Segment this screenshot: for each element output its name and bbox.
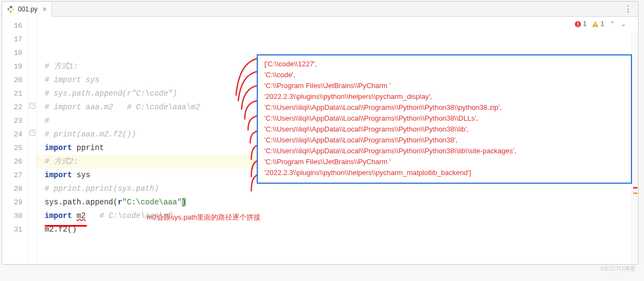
line-number[interactable]: 21 <box>2 87 22 101</box>
line-number[interactable]: 20 <box>2 73 22 87</box>
line-number[interactable]: 16 <box>2 19 22 33</box>
fold-toggle-icon[interactable]: − <box>29 130 35 136</box>
line-number[interactable]: 22 <box>2 101 22 114</box>
syspath-entry: 'C:\\Users\\liqi\\AppData\\Local\\Progra… <box>264 135 624 146</box>
code-line[interactable] <box>45 236 638 250</box>
line-number[interactable]: 29 <box>2 196 22 209</box>
line-number[interactable]: 27 <box>2 168 22 182</box>
syspath-overlay: ['C:\\code\\1227', 'C:\\code', 'C:\\Prog… <box>257 54 632 184</box>
syspath-entry: 'C:\\Users\\liqi\\AppData\\Local\\Progra… <box>264 102 624 113</box>
line-number[interactable]: 23 <box>2 114 22 128</box>
file-tab-label: 001.py <box>18 5 38 13</box>
line-number[interactable]: 24 <box>2 128 22 141</box>
error-count: 1 <box>583 20 587 28</box>
error-indicator[interactable]: 1 <box>574 20 587 28</box>
file-tab[interactable]: 001.py × <box>2 2 52 17</box>
code-line[interactable] <box>45 264 638 277</box>
line-number[interactable]: 19 <box>2 60 22 73</box>
svg-rect-3 <box>577 22 578 24</box>
fold-column[interactable]: − − <box>28 17 37 264</box>
python-file-icon <box>7 5 15 13</box>
unresolved-reference: m2 <box>77 211 86 220</box>
annotation-note: m2会跟sys.path里面的路径逐个拼接 <box>147 213 261 222</box>
chevron-up-icon[interactable]: ⌃ <box>610 20 615 28</box>
close-tab-icon[interactable]: × <box>42 5 47 13</box>
syspath-entry: 'C:\\Program Files\\JetBrains\\PyCharm ' <box>264 80 624 91</box>
warning-indicator[interactable]: 1 <box>592 20 604 28</box>
line-number[interactable]: 25 <box>2 141 22 155</box>
line-number[interactable]: 17 <box>2 33 22 46</box>
code-line[interactable]: sys.path.append(r"C:\code\aaa") <box>45 196 638 209</box>
code-line[interactable] <box>45 250 638 264</box>
warning-count: 1 <box>600 20 604 28</box>
syspath-entry: 'C:\\code', <box>264 70 624 80</box>
syspath-entry: 'C:\\Users\\liqi\\AppData\\Local\\Progra… <box>264 113 624 124</box>
line-number[interactable]: 30 <box>2 209 22 223</box>
chevron-down-icon[interactable]: ⌄ <box>621 20 626 28</box>
code-line[interactable]: import m2 # C:\code\aaa\m2 <box>45 209 638 223</box>
tab-bar: 001.py × ⋮ <box>2 2 638 17</box>
line-gutter[interactable]: 16171819202122232425262728293031 <box>2 17 28 264</box>
syspath-entry: '2022.2.3\\plugins\\python\\helpers\\pyc… <box>264 91 624 102</box>
svg-point-0 <box>10 7 10 7</box>
line-number[interactable]: 28 <box>2 182 22 196</box>
svg-point-1 <box>11 11 12 12</box>
fold-toggle-icon[interactable]: − <box>29 103 35 109</box>
syspath-entry: 'C:\\Program Files\\JetBrains\\PyCharm ' <box>264 157 624 167</box>
code-line[interactable]: m2.f2() <box>45 223 638 236</box>
tab-overflow-menu-icon[interactable]: ⋮ <box>623 4 634 15</box>
inspection-status[interactable]: 1 1 ⌃ ⌄ <box>574 20 626 28</box>
code-line[interactable]: # pprint.pprint(sys.path) <box>45 182 638 196</box>
line-number[interactable]: 31 <box>2 223 22 236</box>
svg-rect-4 <box>577 25 578 26</box>
syspath-entry: '2022.2.3\\plugins\\python\\helpers\\pyc… <box>264 167 624 178</box>
syspath-entry: ['C:\\code\\1227', <box>264 59 624 70</box>
syspath-entry: 'C:\\Users\\liqi\\AppData\\Local\\Progra… <box>264 146 624 157</box>
svg-rect-5 <box>595 23 596 25</box>
line-number[interactable]: 18 <box>2 46 22 60</box>
syspath-entry: 'C:\\Users\\liqi\\AppData\\Local\\Progra… <box>264 124 624 135</box>
line-number[interactable]: 26 <box>2 155 22 168</box>
svg-rect-6 <box>595 25 596 26</box>
